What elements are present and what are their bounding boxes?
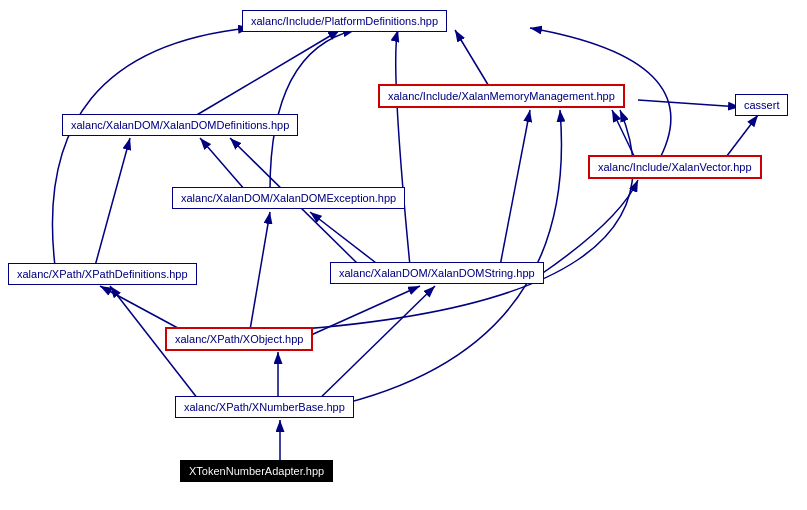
svg-line-10 (500, 110, 530, 266)
node-xobject[interactable]: xalanc/XPath/XObject.hpp (165, 327, 313, 351)
svg-line-8 (310, 212, 380, 266)
node-cassert[interactable]: cassert (735, 94, 788, 116)
node-xnumbase[interactable]: xalanc/XPath/XNumberBase.hpp (175, 396, 354, 418)
node-xtokennumber[interactable]: XTokenNumberAdapter.hpp (180, 460, 333, 482)
svg-line-16 (612, 110, 635, 158)
svg-line-5 (300, 286, 420, 340)
node-xalanvec[interactable]: xalanc/Include/XalanVector.hpp (588, 155, 762, 179)
node-xpathdef[interactable]: xalanc/XPath/XPathDefinitions.hpp (8, 263, 197, 285)
dependency-arrows (0, 0, 807, 510)
node-xalandoms[interactable]: xalanc/XalanDOM/XalanDOMDefinitions.hpp (62, 114, 298, 136)
svg-line-14 (455, 30, 490, 88)
node-xalandstr[interactable]: xalanc/XalanDOM/XalanDOMString.hpp (330, 262, 544, 284)
svg-line-15 (638, 100, 740, 107)
svg-line-11 (95, 138, 130, 266)
diagram-container: xalanc/Include/PlatformDefinitions.hpp x… (0, 0, 807, 510)
svg-line-7 (310, 286, 435, 408)
node-xalanmem[interactable]: xalanc/Include/XalanMemoryManagement.hpp (378, 84, 625, 108)
node-xalanexc[interactable]: xalanc/XalanDOM/XalanDOMException.hpp (172, 187, 405, 209)
svg-line-12 (200, 138, 245, 190)
svg-line-18 (250, 212, 270, 330)
svg-line-13 (195, 30, 340, 116)
node-platform[interactable]: xalanc/Include/PlatformDefinitions.hpp (242, 10, 447, 32)
